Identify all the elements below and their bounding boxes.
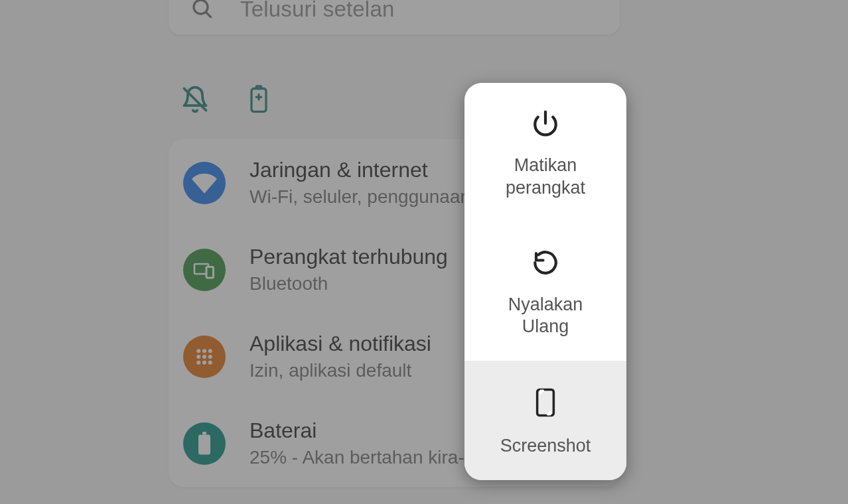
screenshot-icon [534,387,557,420]
restart-icon [531,249,559,279]
dim-overlay[interactable] [0,0,848,504]
power-icon [531,109,559,140]
power-item-shutdown[interactable]: Matikan perangkat [464,83,626,222]
power-menu: Matikan perangkat Nyalakan Ulang Screens… [464,83,626,480]
power-item-label: Nyalakan Ulang [508,294,583,339]
power-item-label: Screenshot [500,435,591,458]
power-item-screenshot[interactable]: Screenshot [464,361,626,480]
power-item-label: Matikan perangkat [506,155,585,200]
power-item-restart[interactable]: Nyalakan Ulang [464,222,626,361]
